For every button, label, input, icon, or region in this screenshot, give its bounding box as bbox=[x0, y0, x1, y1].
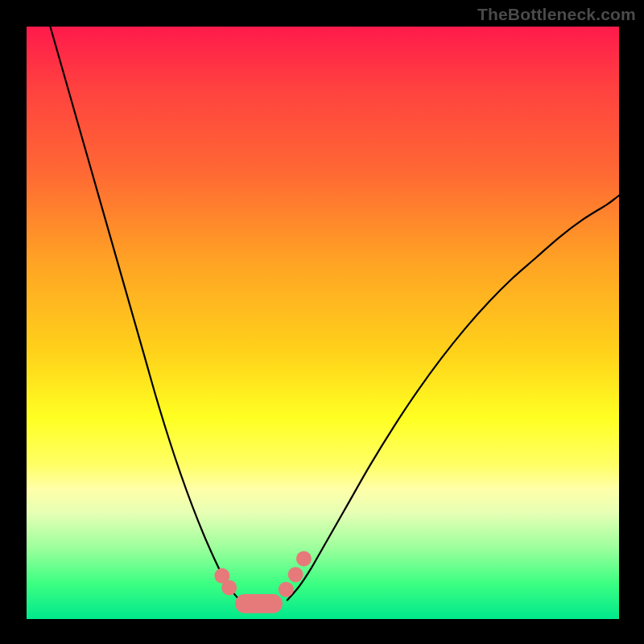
watermark-text: TheBottleneck.com bbox=[477, 5, 636, 24]
right-bottleneck-curve bbox=[287, 196, 619, 601]
data-marker bbox=[221, 580, 237, 595]
chart-frame: TheBottleneck.com bbox=[0, 0, 644, 644]
trough-bar bbox=[235, 594, 283, 613]
data-marker bbox=[288, 567, 303, 582]
data-marker bbox=[279, 582, 294, 597]
plot-area bbox=[27, 27, 619, 619]
curve-layer bbox=[27, 27, 619, 619]
left-bottleneck-curve bbox=[50, 27, 240, 600]
data-marker bbox=[296, 551, 312, 566]
